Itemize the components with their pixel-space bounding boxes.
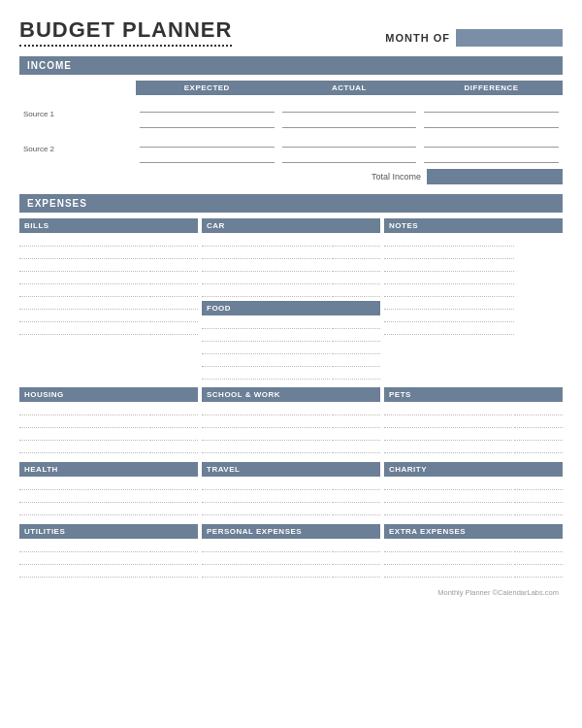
source2-expected-line[interactable] — [140, 134, 275, 148]
expenses-row-3: Health Travel Charity — [19, 462, 563, 520]
source2-difference — [420, 132, 563, 165]
source2-expected — [136, 132, 278, 165]
personal-expenses-header: Personal Expenses — [202, 524, 380, 539]
extra-line-1 — [384, 541, 563, 552]
travel-line-3 — [202, 504, 380, 515]
health-header: Health — [19, 462, 198, 477]
total-income-label: Total Income — [372, 172, 421, 182]
source1-actual-line2[interactable] — [282, 115, 417, 128]
bills-line-2 — [19, 248, 198, 259]
notes-line-7 — [384, 311, 563, 322]
charity-block: Charity — [384, 462, 563, 516]
charity-line-3 — [384, 504, 563, 515]
health-line-1 — [19, 479, 198, 490]
notes-line-2 — [384, 248, 563, 259]
source2-actual-line[interactable] — [282, 134, 417, 148]
extra-expenses-header: Extra Expenses — [384, 524, 563, 539]
car-line-4 — [202, 273, 380, 284]
car-header: Car — [202, 218, 380, 233]
source2-actual-line2[interactable] — [282, 149, 417, 163]
utilities-line-2 — [19, 553, 198, 565]
travel-header: Travel — [202, 462, 380, 477]
housing-block: Housing — [19, 387, 198, 454]
charity-header: Charity — [384, 462, 563, 477]
bills-line-7 — [19, 311, 198, 322]
health-line-3 — [19, 504, 198, 515]
notes-line-6 — [384, 298, 563, 310]
footer-text: Monthly Planner ©CalendarLabs.com — [437, 588, 559, 597]
extra-expenses-block: Extra Expenses — [384, 524, 563, 579]
source2-actual — [278, 132, 421, 165]
source1-expected-line2[interactable] — [140, 115, 275, 128]
notes-line-1 — [384, 235, 563, 247]
pets-line-2 — [384, 416, 563, 428]
utilities-line-3 — [19, 566, 198, 578]
car-line-1 — [202, 235, 380, 247]
income-column-headers: Expected Actual Difference — [19, 81, 563, 95]
total-income-box[interactable] — [427, 169, 563, 184]
notes-header: Notes — [384, 218, 563, 233]
food-line-2 — [202, 330, 380, 342]
school-line-4 — [202, 442, 380, 453]
pets-header: Pets — [384, 387, 563, 402]
page-footer: Monthly Planner ©CalendarLabs.com — [19, 588, 563, 597]
total-income-row: Total Income — [19, 169, 563, 184]
source2-diff-line2[interactable] — [424, 149, 559, 163]
housing-header: Housing — [19, 387, 198, 402]
source1-expected-line[interactable] — [140, 99, 275, 113]
source1-difference — [420, 97, 563, 130]
personal-line-1 — [202, 541, 380, 552]
pets-line-3 — [384, 429, 563, 441]
utilities-header: Utilities — [19, 524, 198, 539]
food-line-1 — [202, 317, 380, 329]
housing-line-4 — [19, 442, 198, 453]
car-block: Car — [202, 218, 380, 297]
page-title: Budget Planner — [19, 17, 232, 47]
income-row-source2: Source 2 — [19, 132, 563, 165]
notes-block: Notes — [384, 218, 563, 380]
bills-line-5 — [19, 285, 198, 297]
expenses-row-1: Bills Car — [19, 218, 563, 383]
source1-actual-line[interactable] — [282, 99, 417, 113]
source1-label: Source 1 — [19, 108, 136, 120]
housing-line-2 — [19, 416, 198, 428]
source2-diff-line[interactable] — [424, 134, 559, 148]
personal-expenses-block: Personal Expenses — [202, 524, 380, 579]
source1-diff-line2[interactable] — [424, 115, 559, 128]
school-work-header: School & Work — [202, 387, 380, 402]
notes-line-5 — [384, 285, 563, 297]
housing-line-1 — [19, 404, 198, 415]
source2-label: Source 2 — [19, 143, 136, 155]
source1-diff-line[interactable] — [424, 99, 559, 113]
food-header: Food — [202, 301, 380, 315]
travel-block: Travel — [202, 462, 380, 516]
bills-header: Bills — [19, 218, 198, 233]
bills-line-8 — [19, 323, 198, 335]
extra-line-2 — [384, 553, 563, 565]
budget-planner-page: Budget Planner Month of Income Expected … — [10, 0, 572, 607]
source1-expected — [136, 97, 278, 130]
pets-line-1 — [384, 404, 563, 415]
food-line-3 — [202, 343, 380, 354]
difference-col-header: Difference — [420, 81, 563, 95]
month-input-box[interactable] — [456, 29, 563, 47]
food-block: Food — [202, 301, 380, 380]
school-line-1 — [202, 404, 380, 415]
charity-line-2 — [384, 491, 563, 503]
source2-expected-line2[interactable] — [140, 149, 275, 163]
pets-line-4 — [384, 442, 563, 453]
expenses-row-4: Utilities Personal Expenses Extra Expens… — [19, 524, 563, 582]
utilities-block: Utilities — [19, 524, 198, 579]
health-block: Health — [19, 462, 198, 516]
bills-block: Bills — [19, 218, 198, 380]
pets-block: Pets — [384, 387, 563, 454]
bills-line-4 — [19, 273, 198, 284]
food-line-4 — [202, 355, 380, 367]
source1-actual — [278, 97, 421, 130]
food-line-5 — [202, 368, 380, 380]
month-of-label: Month of — [385, 32, 450, 44]
school-work-block: School & Work — [202, 387, 380, 454]
actual-col-header: Actual — [278, 81, 421, 95]
charity-line-1 — [384, 479, 563, 490]
page-header: Budget Planner Month of — [19, 17, 563, 47]
